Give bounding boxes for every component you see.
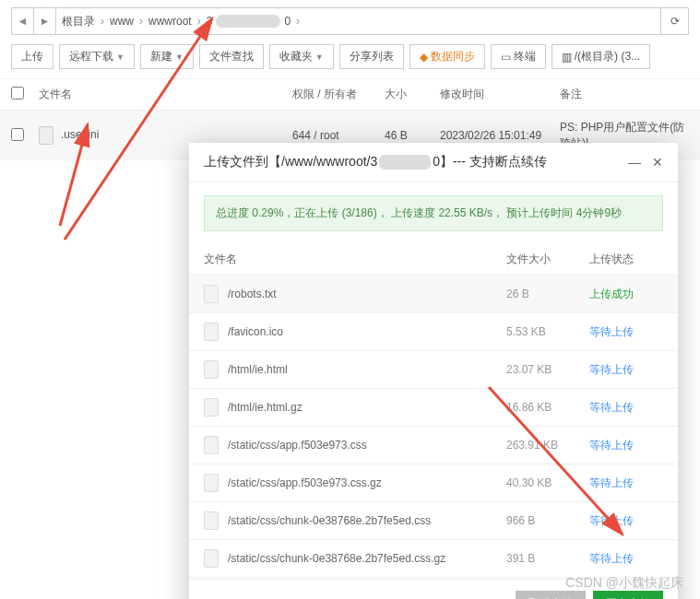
col-perm[interactable]: 权限 / 所有者	[292, 87, 385, 102]
file-icon	[204, 474, 219, 492]
uploading-button[interactable]: 正在上传	[593, 591, 663, 599]
file-icon	[204, 323, 219, 341]
upload-modal: 上传文件到【/www/wwwroot/3xxxx0】--- 支持断点续传 — ✕…	[189, 143, 678, 599]
upload-file-status: 等待上传	[589, 400, 663, 416]
upload-file-name: /static/css/chunk-0e38768e.2b7fe5ed.css.…	[228, 552, 506, 565]
upload-file-size: 16.86 KB	[506, 401, 589, 414]
file-table-header: 文件名 权限 / 所有者 大小 修改时间 备注	[0, 78, 700, 111]
blurred-segment: xxxxx	[216, 15, 280, 28]
upload-file-size: 5.53 KB	[506, 325, 589, 338]
cancel-upload-button[interactable]: 取消上传	[516, 591, 586, 599]
favorites-button[interactable]: 收藏夹▼	[269, 44, 334, 69]
data-sync-button[interactable]: ◆数据同步	[409, 44, 485, 69]
toolbar: 上传 远程下载▼ 新建▼ 文件查找 收藏夹▼ 分享列表 ◆数据同步 ▭ 终端 ▥…	[0, 35, 700, 78]
upload-row[interactable]: /robots.txt26 B上传成功	[189, 275, 678, 312]
modal-title: 上传文件到【/www/wwwroot/3xxxx0】--- 支持断点续传	[204, 154, 628, 170]
upload-list[interactable]: /robots.txt26 B上传成功/favicon.ico5.53 KB等待…	[189, 275, 678, 579]
upload-file-name: /static/css/app.f503e973.css	[228, 439, 506, 452]
file-search-button[interactable]: 文件查找	[199, 44, 264, 69]
upload-file-name: /html/ie.html.gz	[228, 401, 506, 414]
upload-file-name: /favicon.ico	[228, 325, 506, 338]
upload-file-name: /html/ie.html	[228, 363, 506, 376]
col-date[interactable]: 修改时间	[440, 87, 560, 102]
col-note: 备注	[560, 87, 689, 102]
upload-row[interactable]: /html/ie.html.gz16.86 KB等待上传	[189, 388, 678, 426]
file-icon	[39, 126, 53, 145]
select-all-checkbox[interactable]	[11, 87, 24, 100]
nav-forward-button[interactable]: ►	[34, 8, 56, 34]
upload-file-status: 等待上传	[589, 362, 663, 378]
upload-row[interactable]: /static/css/app.f503e973.css263.91 KB等待上…	[189, 426, 678, 464]
terminal-button[interactable]: ▭ 终端	[491, 44, 546, 69]
upload-file-size: 966 B	[506, 514, 589, 527]
upload-file-status: 等待上传	[589, 324, 663, 340]
upload-file-status: 等待上传	[589, 476, 663, 491]
upload-row[interactable]: /html/ie.html23.07 KB等待上传	[189, 350, 678, 388]
modal-header: 上传文件到【/www/wwwroot/3xxxx0】--- 支持断点续传 — ✕	[189, 143, 678, 182]
progress-summary: 总进度 0.29%，正在上传 (3/186)， 上传速度 22.55 KB/s，…	[204, 195, 663, 231]
upload-file-size: 26 B	[506, 288, 589, 300]
upload-row[interactable]: /static/css/app.f503e973.css.gz40.30 KB等…	[189, 464, 678, 501]
upload-file-status: 上传成功	[589, 287, 663, 302]
file-icon	[204, 360, 219, 379]
remote-download-button[interactable]: 远程下载▼	[59, 44, 135, 69]
upload-row[interactable]: /favicon.ico5.53 KB等待上传	[189, 312, 678, 350]
file-icon	[204, 436, 219, 454]
file-icon	[204, 398, 219, 417]
upload-file-status: 等待上传	[589, 438, 663, 453]
row-checkbox[interactable]	[11, 128, 24, 141]
upload-file-name: /static/css/app.f503e973.css.gz	[228, 476, 506, 489]
watermark: CSDN @小魏快起床	[565, 575, 683, 592]
upload-button[interactable]: 上传	[11, 44, 53, 69]
upload-file-name: /static/css/chunk-0e38768e.2b7fe5ed.css	[228, 514, 506, 527]
breadcrumb-path[interactable]: 根目录› www› wwwroot› 3 xxxxx 0›	[56, 14, 660, 29]
new-button[interactable]: 新建▼	[140, 44, 194, 69]
close-button[interactable]: ✕	[652, 155, 663, 170]
nav-back-button[interactable]: ◄	[12, 8, 34, 34]
folder-icon: ▥	[562, 51, 572, 64]
breadcrumb: ◄ ► 根目录› www› wwwroot› 3 xxxxx 0› ⟳	[11, 7, 689, 35]
upload-row[interactable]: /static/css/chunk-0e38768e.2b7fe5ed.css9…	[189, 501, 678, 539]
file-icon	[204, 285, 219, 303]
col-size[interactable]: 大小	[385, 87, 440, 102]
share-list-button[interactable]: 分享列表	[339, 44, 404, 69]
rootdir-tab-button[interactable]: ▥ /(根目录) (3...	[552, 44, 650, 69]
refresh-button[interactable]: ⟳	[660, 8, 688, 34]
file-icon	[204, 549, 219, 568]
file-icon	[204, 511, 219, 530]
col-name[interactable]: 文件名	[39, 87, 292, 102]
upload-file-status: 等待上传	[589, 513, 663, 529]
upload-file-size: 23.07 KB	[506, 363, 589, 376]
upload-file-size: 40.30 KB	[506, 476, 589, 489]
upload-file-status: 等待上传	[589, 551, 663, 567]
upload-file-size: 391 B	[506, 552, 589, 565]
minimize-button[interactable]: —	[628, 155, 641, 170]
terminal-icon: ▭	[501, 51, 511, 64]
upload-file-size: 263.91 KB	[506, 439, 589, 452]
upload-list-header: 文件名 文件大小 上传状态	[189, 244, 678, 275]
upload-file-name: /robots.txt	[228, 288, 506, 300]
upload-row[interactable]: /static/css/chunk-0e38768e.2b7fe5ed.css.…	[189, 539, 678, 577]
sync-icon: ◆	[420, 51, 428, 64]
